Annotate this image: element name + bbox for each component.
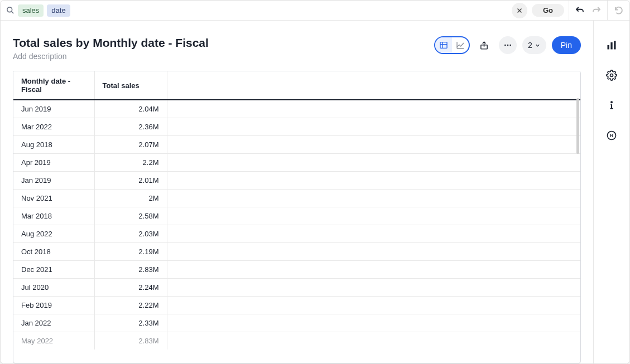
table-row[interactable]: Jun 20192.04M [13, 100, 580, 118]
svg-point-12 [509, 45, 511, 46]
table-row[interactable]: Jan 20222.33M [13, 314, 580, 332]
table-row[interactable]: Jan 20192.01M [13, 171, 580, 189]
table-row[interactable]: Dec 20212.83M [13, 260, 580, 278]
svg-point-17 [611, 101, 612, 103]
cell-empty [167, 278, 580, 296]
svg-point-0 [7, 7, 12, 12]
cell-empty [167, 135, 580, 153]
title-block: Total sales by Monthly date - Fiscal Add… [13, 36, 209, 61]
cell-empty [167, 314, 580, 332]
table-row[interactable]: Aug 20222.03M [13, 225, 580, 242]
cell-sales[interactable]: 2.19M [94, 242, 167, 260]
column-header-sales[interactable]: Total sales [94, 71, 167, 100]
settings-button[interactable] [602, 65, 622, 85]
cell-date[interactable]: Aug 2022 [13, 225, 94, 242]
cell-date[interactable]: Mar 2022 [13, 118, 94, 135]
cell-date[interactable]: Aug 2018 [13, 135, 94, 153]
cell-sales[interactable]: 2.83M [94, 332, 167, 350]
svg-text:R: R [610, 133, 614, 138]
toolbar: 2 Pin [434, 36, 581, 54]
cell-empty [167, 153, 580, 171]
column-header-empty [167, 71, 580, 100]
explore-data-button[interactable] [602, 35, 622, 55]
view-count-dropdown[interactable]: 2 [522, 36, 546, 54]
svg-rect-15 [614, 41, 615, 50]
cell-sales[interactable]: 2.22M [94, 296, 167, 314]
cell-date[interactable]: Apr 2019 [13, 153, 94, 171]
share-button[interactable] [475, 36, 493, 54]
more-button[interactable] [499, 36, 517, 54]
search-bar: sales date Go [1, 1, 629, 21]
svg-point-16 [610, 74, 613, 77]
cell-empty [167, 207, 580, 225]
cell-sales[interactable]: 2.83M [94, 260, 167, 278]
cell-empty [167, 100, 580, 118]
cell-sales[interactable]: 2M [94, 189, 167, 207]
cell-empty [167, 171, 580, 189]
svg-line-1 [11, 11, 13, 13]
cell-date[interactable]: Feb 2019 [13, 296, 94, 314]
table-row[interactable]: Mar 20222.36M [13, 118, 580, 135]
view-toggle [434, 36, 470, 54]
cell-date[interactable]: Nov 2021 [13, 189, 94, 207]
pin-button[interactable]: Pin [552, 36, 581, 54]
table-row[interactable]: Aug 20182.07M [13, 135, 580, 153]
cell-date[interactable]: Oct 2018 [13, 242, 94, 260]
cell-date[interactable]: May 2022 [13, 332, 94, 350]
svg-rect-4 [440, 42, 447, 48]
table-row[interactable]: Apr 20192.2M [13, 153, 580, 171]
spotiq-button[interactable]: R [602, 125, 622, 145]
chart-view-button[interactable] [452, 37, 469, 53]
table-row[interactable]: Mar 20182.58M [13, 207, 580, 225]
nav-controls [569, 1, 607, 20]
page-title: Total sales by Monthly date - Fiscal [13, 36, 209, 50]
table-row[interactable]: Oct 20182.19M [13, 242, 580, 260]
cell-date[interactable]: Jan 2022 [13, 314, 94, 332]
table-row[interactable]: Jul 20202.24M [13, 278, 580, 296]
add-description[interactable]: Add description [13, 52, 209, 61]
right-sidebar: R [594, 21, 629, 363]
cell-date[interactable]: Jun 2019 [13, 100, 94, 118]
svg-point-10 [504, 45, 506, 46]
cell-sales[interactable]: 2.07M [94, 135, 167, 153]
table-row[interactable]: Feb 20192.22M [13, 296, 580, 314]
cell-date[interactable]: Jul 2020 [13, 278, 94, 296]
cell-date[interactable]: Jan 2019 [13, 171, 94, 189]
cell-sales[interactable]: 2.03M [94, 225, 167, 242]
svg-rect-13 [608, 45, 609, 50]
reset-button[interactable] [607, 1, 629, 20]
cell-empty [167, 225, 580, 242]
cell-sales[interactable]: 2.2M [94, 153, 167, 171]
info-button[interactable] [602, 95, 622, 115]
table-row[interactable]: May 20222.83M [13, 332, 580, 350]
table-view-button[interactable] [435, 37, 452, 53]
table-row[interactable]: Nov 20212M [13, 189, 580, 207]
go-button[interactable]: Go [532, 4, 564, 17]
svg-point-11 [507, 45, 509, 46]
cell-sales[interactable]: 2.33M [94, 314, 167, 332]
svg-rect-14 [610, 42, 612, 50]
cell-empty [167, 189, 580, 207]
cell-empty [167, 332, 580, 350]
cell-sales[interactable]: 2.24M [94, 278, 167, 296]
cell-empty [167, 260, 580, 278]
results-table: Monthly date - Fiscal Total sales Jun 20… [13, 71, 581, 363]
cell-empty [167, 242, 580, 260]
cell-sales[interactable]: 2.58M [94, 207, 167, 225]
column-header-date[interactable]: Monthly date - Fiscal [13, 71, 94, 100]
chevron-down-icon [535, 42, 541, 48]
scrollbar-thumb[interactable] [576, 98, 579, 154]
cell-date[interactable]: Mar 2018 [13, 207, 94, 225]
search-icon [6, 6, 15, 14]
cell-empty [167, 296, 580, 314]
cell-empty [167, 118, 580, 135]
search-chip-sales[interactable]: sales [18, 4, 44, 17]
clear-search-button[interactable] [512, 3, 527, 18]
cell-date[interactable]: Dec 2021 [13, 260, 94, 278]
cell-sales[interactable]: 2.36M [94, 118, 167, 135]
cell-sales[interactable]: 2.01M [94, 171, 167, 189]
redo-button[interactable] [588, 2, 605, 19]
search-chip-date[interactable]: date [47, 4, 70, 17]
undo-button[interactable] [571, 2, 588, 19]
cell-sales[interactable]: 2.04M [94, 100, 167, 118]
